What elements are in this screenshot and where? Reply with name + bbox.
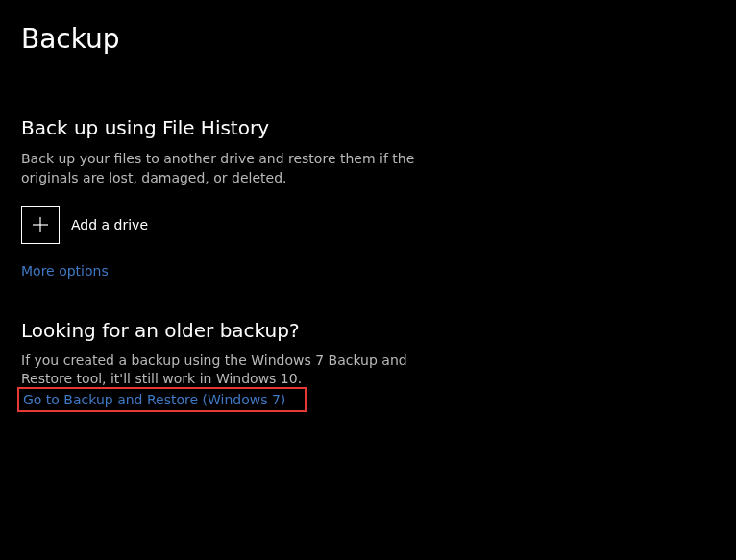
more-options-link[interactable]: More options bbox=[21, 263, 109, 279]
highlight-annotation: Go to Backup and Restore (Windows 7) bbox=[17, 387, 307, 412]
add-drive-label: Add a drive bbox=[71, 217, 148, 232]
file-history-title: Back up using File History bbox=[21, 116, 715, 139]
plus-icon bbox=[21, 206, 60, 244]
add-drive-button[interactable]: Add a drive bbox=[21, 206, 148, 244]
older-backup-description: If you created a backup using the Window… bbox=[21, 352, 454, 389]
page-title: Backup bbox=[21, 23, 715, 55]
older-backup-title: Looking for an older backup? bbox=[21, 319, 715, 342]
file-history-description: Back up your files to another drive and … bbox=[21, 149, 463, 188]
backup-restore-win7-link[interactable]: Go to Backup and Restore (Windows 7) bbox=[23, 392, 285, 407]
